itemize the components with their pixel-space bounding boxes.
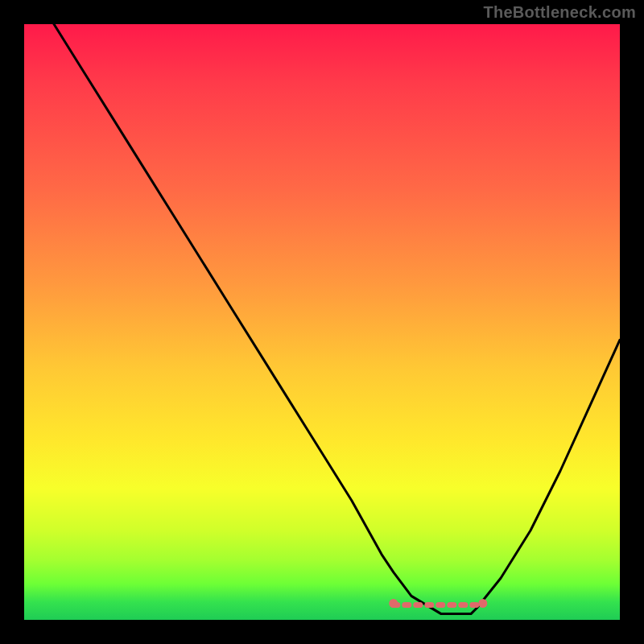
minimum-band-endpoint bbox=[389, 599, 398, 608]
bottleneck-curve-path bbox=[54, 24, 620, 614]
watermark-text: TheBottleneck.com bbox=[483, 3, 636, 22]
plot-area bbox=[24, 24, 620, 620]
curve-svg bbox=[24, 24, 620, 620]
minimum-band-endpoint bbox=[478, 599, 487, 608]
chart-container: TheBottleneck.com bbox=[0, 0, 644, 644]
minimum-highlight bbox=[389, 599, 487, 608]
curve-group bbox=[54, 24, 620, 614]
